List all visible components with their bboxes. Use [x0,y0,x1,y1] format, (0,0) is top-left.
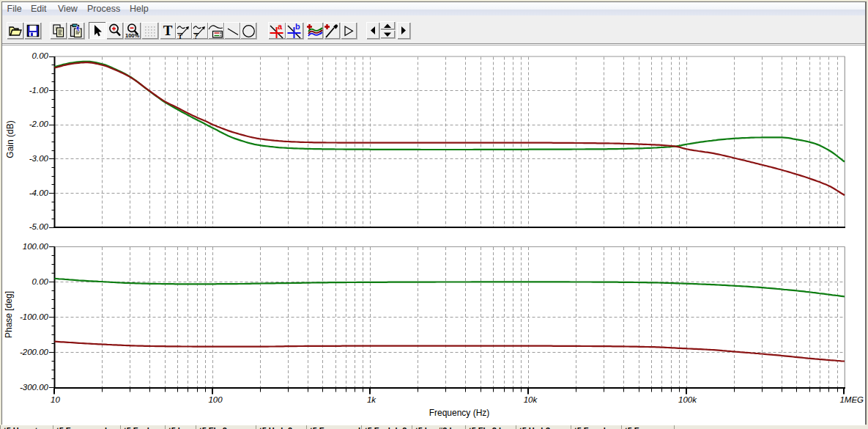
svg-text:Gain (dB): Gain (dB) [5,120,15,158]
svg-text:Frequency (Hz): Frequency (Hz) [429,408,490,418]
svg-text:0.00: 0.00 [32,51,49,60]
svg-text:-2.00: -2.00 [29,120,49,128]
svg-text:100k: 100k [678,395,697,404]
svg-text:10k: 10k [524,395,538,404]
svg-text:-300.00: -300.00 [20,383,49,392]
svg-text:10: 10 [51,395,60,404]
svg-text:-100.00: -100.00 [20,312,49,321]
svg-text:1k: 1k [367,395,376,404]
svg-text:0.00: 0.00 [32,277,49,286]
svg-text:100.00: 100.00 [23,242,49,251]
svg-text:-5.00: -5.00 [29,222,49,231]
svg-text:Phase [deg]: Phase [deg] [4,291,14,338]
svg-text:-4.00: -4.00 [29,188,49,197]
svg-text:-3.00: -3.00 [29,154,49,163]
svg-text:100: 100 [208,395,223,404]
svg-text:-1.00: -1.00 [29,86,49,95]
svg-text:1MEG: 1MEG [839,395,864,404]
svg-text:-200.00: -200.00 [20,348,49,356]
